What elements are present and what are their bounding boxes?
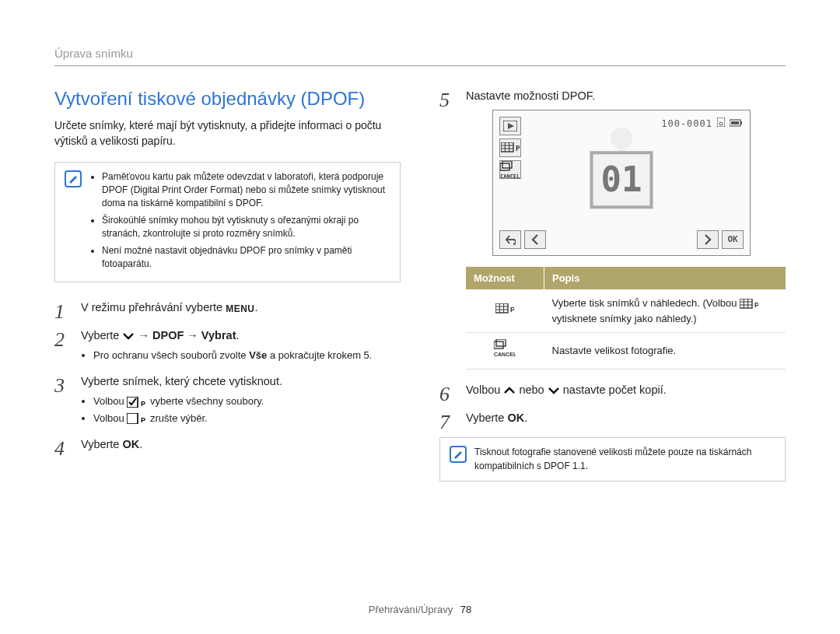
step-3-sub1-pre: Volbou — [93, 395, 127, 407]
pencil-icon — [450, 446, 467, 463]
footer: Přehrávání/Úpravy 78 — [0, 604, 840, 615]
chevron-up-icon — [503, 385, 516, 396]
intro-text: Určete snímky, které mají být vytisknuty… — [54, 117, 401, 149]
note2-text: Tisknout fotografie stanovené velikosti … — [474, 446, 775, 473]
step-3-sub1-post: vyberte všechny soubory. — [150, 395, 264, 407]
pencil-icon — [65, 170, 82, 187]
row1-pre: Vyberte tisk snímků v náhledech. (Volbou — [552, 297, 740, 309]
row1-post: vytisknete snímky jako náhledy.) — [552, 313, 697, 324]
step-6-pre: Volbou — [466, 384, 503, 396]
th-option: Možnost — [466, 267, 544, 290]
breadcrumb: Úprava snímku — [54, 47, 133, 60]
step-2-pre: Vyberte — [81, 329, 122, 342]
step-7-post: . — [524, 412, 527, 424]
grid-icon[interactable] — [499, 138, 521, 157]
step-6-post: nastavte počet kopií. — [563, 384, 667, 396]
step-3-text: Vyberte snímek, který chcete vytisknout. — [81, 375, 282, 387]
note-box-2: Tisknout fotografie stanovené velikosti … — [439, 437, 786, 482]
play-button-icon[interactable] — [499, 117, 521, 135]
size-cancel-icon — [466, 333, 544, 370]
step-3-sub2-post: zrušte výběr. — [150, 412, 208, 424]
step-2-sub-pre: Pro ochranu všech souborů zvolte — [93, 349, 249, 361]
grid-icon — [740, 299, 758, 310]
step-3: 3 Vyberte snímek, který chcete vytisknou… — [54, 373, 401, 426]
table-row: Vyberte tisk snímků v náhledech. (Volbou… — [466, 289, 786, 333]
step-5-text: Nastavte možnosti DPOF. — [466, 89, 595, 102]
svg-text:P: P — [141, 400, 145, 408]
note1-item: Není možné nastavit objednávku DPOF pro … — [102, 244, 390, 271]
step-6-mid: nebo — [519, 384, 547, 396]
step-2: 2 Vyberte → DPOF → Vybrat. Pro ochranu v… — [54, 328, 401, 363]
grid-icon — [466, 289, 544, 333]
page-title: Vytvoření tiskové objednávky (DPOF) — [54, 88, 401, 110]
note1-item: Paměťovou kartu pak můžete odevzdat v la… — [102, 170, 390, 211]
step-4: 4 Vyberte OK. — [54, 436, 401, 454]
step-6: 6 Volbou nebo nastavte počet kopií. — [439, 382, 786, 399]
step-2-sub: Pro ochranu všech souborů zvolte Vše a p… — [93, 348, 401, 363]
step-3-sub2-pre: Volbou — [93, 412, 127, 424]
ok-icon: OK — [122, 438, 139, 450]
row2-text: Nastavte velikost fotografie. — [544, 333, 786, 370]
options-table: Možnost Popis Vyberte tisk snímků v náhl… — [466, 267, 786, 370]
step-3-sub1: Volbou P vyberte všechny soubory. — [93, 394, 401, 409]
chevron-left-icon[interactable] — [524, 230, 546, 249]
step-1-post: . — [255, 301, 258, 313]
note-box-1: Paměťovou kartu pak můžete odevzdat v la… — [54, 162, 401, 283]
step-2-mid: → DPOF → Vybrat — [138, 329, 236, 342]
step-3-sub2: Volbou zrušte výběr. — [93, 411, 401, 426]
chevron-down-icon — [122, 331, 135, 342]
ok-icon: OK — [507, 412, 524, 424]
battery-icon — [730, 117, 742, 131]
lcd-preview: 100-0001 01 — [492, 110, 751, 256]
step-4-post: . — [139, 438, 142, 450]
page-number: 78 — [460, 604, 471, 615]
storage-icon — [717, 117, 725, 131]
th-desc: Popis — [544, 267, 786, 290]
step-7-pre: Vyberte — [466, 412, 507, 424]
chevron-down-icon — [548, 385, 560, 396]
size-cancel-icon[interactable] — [499, 160, 521, 179]
chevron-right-icon[interactable] — [697, 230, 719, 249]
step-1: 1 V režimu přehrávání vyberte MENU. — [54, 299, 401, 317]
table-row: Nastavte velikost fotografie. — [466, 333, 786, 370]
lcd-count: 01 — [590, 151, 653, 208]
step-1-text: V režimu přehrávání vyberte — [81, 301, 226, 313]
step-7: 7 Vyberte OK. — [439, 410, 786, 427]
checkbox-checked-icon: P — [127, 397, 147, 408]
step-5: 5 Nastavte možnosti DPOF. 100-0001 — [439, 88, 786, 370]
checkbox-empty-icon — [127, 413, 147, 424]
back-icon[interactable] — [499, 230, 521, 249]
menu-icon: MENU — [226, 303, 254, 314]
lcd-counter: 100-0001 — [661, 117, 712, 131]
note1-item: Širokoúhlé snímky mohou být vytisknuty s… — [102, 214, 390, 241]
ok-button[interactable]: OK — [722, 230, 744, 249]
step-4-pre: Vyberte — [81, 438, 122, 450]
step-2-post: . — [236, 329, 239, 342]
step-2-sub-bold: Vše — [249, 349, 267, 361]
step-2-sub-post: a pokračujte krokem 5. — [270, 349, 373, 361]
footer-section: Přehrávání/Úpravy — [369, 604, 453, 615]
